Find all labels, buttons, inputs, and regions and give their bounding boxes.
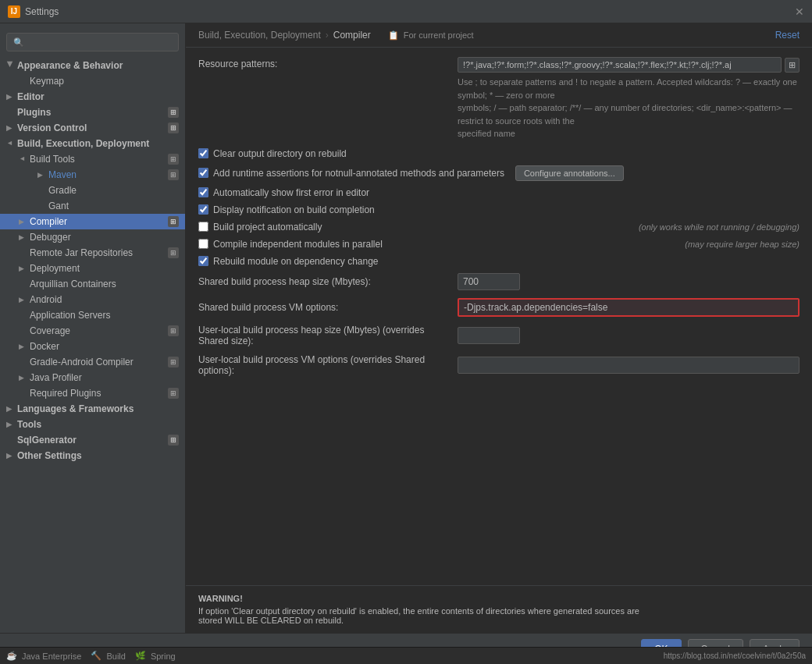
- sidebar-item-remote-jar[interactable]: Remote Jar Repositories ⊞: [0, 245, 185, 261]
- sidebar-item-tools[interactable]: ▶ Tools: [0, 417, 185, 432]
- item-badge: ⊞: [168, 216, 179, 227]
- sidebar-item-gant[interactable]: Gant: [0, 198, 185, 214]
- content-body: Resource patterns: ⊞ Use ; to separate p…: [186, 48, 812, 585]
- sidebar-item-keymap[interactable]: Keymap: [0, 73, 185, 89]
- clear-output-checkbox[interactable]: [198, 148, 208, 158]
- shared-vm-row: Shared build process VM options:: [198, 298, 800, 317]
- sidebar-item-label: Arquillian Containers: [30, 279, 179, 289]
- sidebar-item-label: Application Servers: [30, 310, 179, 321]
- sidebar-item-label: Appearance & Behavior: [17, 60, 179, 71]
- resource-patterns-input[interactable]: [458, 57, 782, 73]
- sidebar-item-sqlgenerator[interactable]: SqlGenerator ⊞: [0, 432, 185, 448]
- breadcrumb: Build, Execution, Deployment › Compiler …: [198, 30, 474, 41]
- sidebar-item-label: Debugger: [30, 232, 179, 243]
- sidebar-item-label: Tools: [17, 419, 179, 430]
- status-tab-build-label: Build: [106, 652, 125, 661]
- sidebar-item-label: Languages & Frameworks: [17, 403, 179, 414]
- sidebar-item-label: Version Control: [17, 123, 165, 133]
- reset-button[interactable]: Reset: [775, 30, 800, 41]
- runtime-checkbox-left: Add runtime assertions for notnull-annot…: [198, 168, 504, 179]
- rebuild-on-dep-checkbox[interactable]: [198, 256, 208, 266]
- sidebar-item-required-plugins[interactable]: Required Plugins ⊞: [0, 385, 185, 401]
- resource-help-text: Use ; to separate patterns and ! to nega…: [458, 76, 800, 140]
- chevron-icon: ▶: [6, 93, 14, 101]
- sidebar-item-version-control[interactable]: ▶ Version Control ⊞: [0, 120, 185, 136]
- sidebar-item-build-exec[interactable]: ▼ Build, Execution, Deployment: [0, 136, 185, 151]
- shared-heap-input[interactable]: [458, 273, 520, 290]
- search-input[interactable]: [27, 37, 172, 48]
- user-vm-input[interactable]: [458, 357, 800, 374]
- status-tab-java[interactable]: ☕ Java Enterprise: [6, 651, 81, 661]
- sidebar-item-deployment[interactable]: ▶ Deployment: [0, 261, 185, 276]
- sidebar-item-editor[interactable]: ▶ Editor: [0, 89, 185, 105]
- status-tab-spring[interactable]: 🌿 Spring: [135, 651, 176, 661]
- user-vm-label: User-local build process VM options (ove…: [198, 354, 448, 376]
- warning-text: If option 'Clear output directory on reb…: [198, 606, 800, 625]
- search-box[interactable]: 🔍: [6, 33, 179, 51]
- shared-vm-input[interactable]: [458, 298, 800, 317]
- shared-heap-label: Shared build process heap size (Mbytes):: [198, 276, 448, 287]
- chevron-icon: ▶: [19, 374, 27, 382]
- sidebar-item-android[interactable]: ▶ Android: [0, 292, 185, 307]
- status-tab-build[interactable]: 🔨 Build: [91, 651, 125, 661]
- build-auto-checkbox[interactable]: [198, 222, 208, 232]
- sidebar-item-label: Remote Jar Repositories: [30, 247, 165, 258]
- sidebar-item-compiler[interactable]: ▶ Compiler ⊞: [0, 214, 185, 229]
- checkbox-row-auto-show: Automatically show first error in editor: [198, 187, 800, 198]
- checkbox-row-compile-parallel: Compile independent modules in parallel …: [198, 239, 800, 250]
- status-bar: ☕ Java Enterprise 🔨 Build 🌿 Spring https…: [0, 647, 812, 664]
- chevron-icon: ▶: [19, 233, 27, 241]
- sidebar-item-gradle[interactable]: Gradle: [0, 183, 185, 198]
- sidebar-item-plugins[interactable]: Plugins ⊞: [0, 105, 185, 120]
- item-badge: ⊞: [168, 325, 179, 336]
- chevron-icon: ▶: [6, 421, 14, 428]
- sidebar-item-docker[interactable]: ▶ Docker: [0, 339, 185, 354]
- status-tab-spring-label: Spring: [151, 652, 176, 661]
- sidebar-item-appearance[interactable]: ▶ Appearance & Behavior: [0, 58, 185, 73]
- user-heap-input[interactable]: [458, 327, 520, 344]
- for-project-label: For current project: [404, 30, 474, 40]
- sidebar-item-debugger[interactable]: ▶ Debugger: [0, 229, 185, 245]
- sidebar-item-label: Required Plugins: [30, 388, 165, 399]
- close-button[interactable]: ✕: [795, 5, 804, 18]
- item-badge: ⊞: [168, 357, 179, 368]
- search-icon: 🔍: [13, 37, 24, 48]
- sidebar-item-label: Build Tools: [30, 154, 165, 165]
- chevron-icon: ▶: [37, 171, 45, 179]
- auto-show-error-checkbox[interactable]: [198, 187, 208, 197]
- sidebar-item-label: Docker: [30, 341, 179, 352]
- sidebar-item-coverage[interactable]: Coverage ⊞: [0, 323, 185, 339]
- sidebar-item-lang-frameworks[interactable]: ▶ Languages & Frameworks: [0, 401, 185, 417]
- chevron-icon: ▶: [19, 265, 27, 272]
- sidebar-item-java-profiler[interactable]: ▶ Java Profiler: [0, 370, 185, 385]
- sidebar-item-label: Deployment: [30, 263, 179, 274]
- chevron-icon: ▼: [6, 140, 14, 147]
- content-header: Build, Execution, Deployment › Compiler …: [186, 23, 812, 48]
- title-text: Settings: [25, 6, 59, 17]
- sidebar-item-gradle-android[interactable]: Gradle-Android Compiler ⊞: [0, 354, 185, 370]
- sidebar-item-app-servers[interactable]: Application Servers: [0, 307, 185, 323]
- sidebar-item-label: Keymap: [30, 76, 179, 87]
- resource-pattern-expand-button[interactable]: ⊞: [785, 58, 800, 73]
- user-vm-row: User-local build process VM options (ove…: [198, 354, 800, 376]
- sidebar-item-arquillian[interactable]: Arquillian Containers: [0, 276, 185, 292]
- sidebar-item-other-settings[interactable]: ▶ Other Settings: [0, 448, 185, 463]
- sidebar-item-label: Gradle-Android Compiler: [30, 357, 165, 368]
- app-icon: IJ: [8, 5, 20, 18]
- sidebar: 🔍 ▶ Appearance & Behavior Keymap ▶ Edito…: [0, 23, 186, 633]
- sidebar-item-maven[interactable]: ▶ Maven ⊞: [0, 167, 185, 183]
- content-area: Build, Execution, Deployment › Compiler …: [186, 23, 812, 633]
- checkbox-row-notification: Display notification on build completion: [198, 204, 800, 215]
- breadcrumb-part1: Build, Execution, Deployment: [198, 30, 321, 41]
- compile-parallel-extra: (may require larger heap size): [685, 240, 800, 249]
- runtime-assertions-checkbox[interactable]: [198, 168, 208, 178]
- configure-annotations-button[interactable]: Configure annotations...: [515, 165, 624, 181]
- user-heap-label: User-local build process heap size (Mbyt…: [198, 325, 448, 346]
- chevron-icon: ▶: [6, 452, 14, 460]
- sidebar-item-label: Editor: [17, 91, 179, 102]
- sidebar-item-build-tools[interactable]: ▼ Build Tools ⊞: [0, 151, 185, 167]
- display-notification-label: Display notification on build completion: [213, 204, 375, 215]
- display-notification-checkbox[interactable]: [198, 204, 208, 215]
- compile-parallel-checkbox[interactable]: [198, 239, 208, 249]
- item-badge: ⊞: [168, 154, 179, 165]
